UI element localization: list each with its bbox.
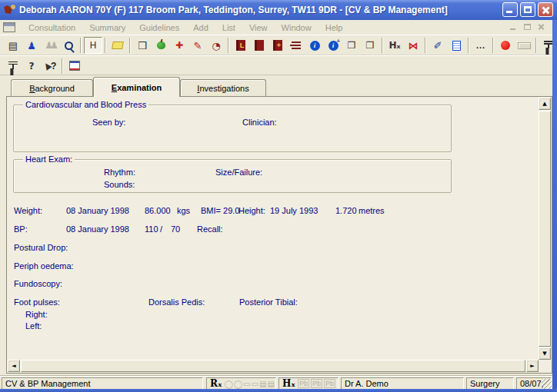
h-mode-icon[interactable]: H: [84, 37, 102, 54]
status-rx-panel: Rₓ ◯ ◯ ▭ ▭ ▤ ▤: [206, 377, 276, 390]
notepad-icon[interactable]: [447, 37, 465, 54]
hx-icon: Hₓ: [282, 378, 295, 389]
levels-icon[interactable]: [287, 37, 305, 54]
consultation-note-icon[interactable]: ▤: [4, 37, 22, 54]
foot-pulses-label: Foot pulses:: [14, 297, 60, 307]
resize-grip[interactable]: [542, 379, 552, 389]
rx-window-icon: ▭: [252, 380, 258, 388]
menu-view[interactable]: View: [242, 22, 275, 34]
sticky-note-icon[interactable]: [108, 37, 127, 54]
menu-consultation[interactable]: Consultation: [22, 22, 82, 34]
maximize-button[interactable]: [520, 2, 535, 17]
journal-icon[interactable]: ❒: [133, 37, 152, 54]
pages-icon[interactable]: ❐: [361, 37, 379, 54]
toolbar-separator: [62, 58, 63, 74]
info-icon[interactable]: i: [305, 37, 324, 54]
record-icon[interactable]: [496, 37, 515, 54]
title-bar: Deborah AARON 70Y (F) 117 Broom Park, Te…: [0, 0, 557, 20]
tab-examination[interactable]: Examination: [93, 77, 180, 97]
toolbar-separator: [80, 38, 82, 53]
select-patient-icon[interactable]: ♟: [22, 37, 41, 54]
foot-left-label: Left:: [25, 321, 42, 331]
app-icon: [2, 3, 16, 17]
window-edge-right: [552, 20, 557, 392]
mdi-minimize-icon: [508, 22, 520, 32]
toolbar-separator: [228, 38, 229, 53]
first-aid-icon[interactable]: ✚: [170, 37, 188, 54]
apple-lifestyle-icon[interactable]: [152, 37, 170, 54]
prescription-pencil-icon[interactable]: ✎: [188, 37, 207, 54]
toolbar-separator: [129, 38, 131, 53]
horizontal-scroll-thumb[interactable]: [21, 360, 525, 372]
red-book-plus-icon[interactable]: +: [268, 37, 287, 54]
periph-oedema-label: Periph oedema:: [14, 261, 74, 271]
help-icon[interactable]: ?: [22, 58, 41, 75]
scroll-right-icon[interactable]: ►: [526, 360, 539, 372]
family-icon: ♟♟: [41, 37, 59, 54]
weight-label: Weight:: [14, 206, 42, 215]
examination-form: Cardiovascular and Blood Press Seen by: …: [7, 97, 539, 360]
find-patient-icon[interactable]: [59, 37, 78, 54]
height-label: Height:: [238, 206, 265, 215]
bp-systolic: 110: [145, 224, 158, 234]
pages-l-icon[interactable]: ❐: [342, 37, 361, 54]
menu-summary[interactable]: Summary: [82, 22, 132, 34]
menu-guidelines[interactable]: Guidelines: [132, 22, 186, 34]
menu-bar: Consultation Summary Guidelines Add List…: [0, 20, 552, 35]
status-bar: CV & BP Management Rₓ ◯ ◯ ▭ ▭ ▤ ▤ Hₓ Pb …: [0, 375, 552, 390]
gauge-icon[interactable]: ◔: [207, 37, 225, 54]
weight-value: 86.000: [145, 206, 171, 215]
height-unit: metres: [359, 206, 385, 215]
status-location: Surgery: [466, 377, 514, 390]
toolbar-separator: [382, 38, 383, 53]
toolbar-separator: [468, 38, 469, 53]
pen-icon[interactable]: ✐: [429, 37, 447, 54]
tree-drop-icon[interactable]: [4, 58, 22, 75]
minimize-button[interactable]: [502, 2, 518, 17]
bp-label: BP:: [14, 224, 28, 234]
scroll-up-icon[interactable]: ▲: [539, 98, 551, 110]
menu-help[interactable]: Help: [319, 22, 350, 34]
red-book-l-icon[interactable]: L: [232, 37, 250, 54]
close-button[interactable]: [538, 2, 553, 17]
menu-list[interactable]: List: [215, 22, 242, 34]
history-hx-icon[interactable]: Hₓ: [385, 37, 404, 54]
cardiovascular-group-title: Cardiovascular and Blood Press: [23, 100, 148, 109]
examination-page: Cardiovascular and Blood Press Seen by: …: [6, 96, 552, 374]
info-plus-icon[interactable]: i: [324, 37, 342, 54]
rx-circle-icon: ◯: [225, 380, 233, 388]
window-title: Deborah AARON 70Y (F) 117 Broom Park, Te…: [19, 5, 448, 15]
scroll-left-icon[interactable]: ◄: [8, 360, 20, 372]
height-date: 19 July 1993: [270, 206, 318, 215]
weight-date: 08 January 1998: [66, 206, 129, 215]
toolbar-separator: [105, 38, 106, 53]
vertical-scrollbar[interactable]: ▲ ▼: [539, 98, 551, 360]
mdi-system-icon[interactable]: [3, 22, 15, 32]
template-icon[interactable]: [65, 58, 84, 75]
status-hx-panel: Hₓ Pb Pb Pb: [278, 377, 339, 390]
horizontal-scrollbar[interactable]: ◄ ►: [8, 360, 539, 372]
rx-circle-icon: ◯: [234, 380, 242, 388]
more-ellipsis-icon[interactable]: ...: [472, 37, 490, 54]
foot-right-label: Right:: [25, 310, 48, 319]
toolbar-secondary: ? ▲: [0, 55, 552, 75]
window-edge-bottom: [0, 389, 557, 392]
posterior-tibial-label: Posterior Tibial:: [239, 297, 298, 307]
bp-date: 08 January 1998: [66, 224, 129, 234]
red-book-icon[interactable]: [250, 37, 268, 54]
tab-investigations[interactable]: Investigations: [180, 79, 266, 97]
tab-background[interactable]: Background: [11, 79, 93, 97]
menu-window[interactable]: Window: [275, 22, 319, 34]
vertical-scroll-thumb[interactable]: [539, 111, 551, 347]
menu-add[interactable]: Add: [186, 22, 215, 34]
rx-window-icon: ▭: [243, 380, 250, 388]
toolbar-separator: [492, 38, 494, 53]
toolbar-separator: [535, 38, 537, 53]
pb-page-icon: Pb: [324, 379, 335, 388]
context-help-icon[interactable]: ▲: [41, 58, 59, 75]
dorsalis-pedis-label: Dorsalis Pedis:: [148, 297, 205, 307]
scroll-down-icon[interactable]: ▼: [539, 347, 551, 360]
bowtie-icon[interactable]: ⋈: [404, 37, 422, 54]
seen-by-label: Seen by:: [92, 118, 125, 127]
fundoscopy-label: Fundoscopy:: [14, 279, 62, 288]
